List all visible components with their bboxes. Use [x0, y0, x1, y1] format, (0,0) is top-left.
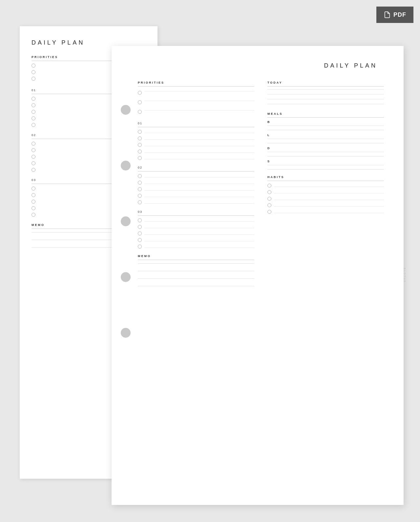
habits-section: HABITS [267, 175, 384, 214]
checkbox-circle [32, 77, 35, 81]
spiral-dot [121, 272, 131, 282]
list-item [267, 190, 384, 194]
list-item [138, 200, 254, 204]
spiral-dot [121, 105, 131, 115]
list-item [138, 174, 254, 178]
front-section-01: 01 [138, 122, 254, 160]
list-item [138, 143, 254, 147]
today-section: TODAY [267, 81, 384, 104]
checkbox-circle [138, 136, 142, 140]
pdf-icon [384, 11, 391, 18]
front-priorities-label: PRIORITIES [138, 81, 254, 84]
memo-line [138, 278, 254, 279]
pdf-badge[interactable]: PDF [376, 7, 413, 23]
checkbox-circle [138, 91, 142, 95]
list-item [138, 156, 254, 160]
checkbox-circle [267, 197, 271, 201]
front-layout: PRIORITIES 01 02 [138, 81, 384, 293]
list-item [267, 184, 384, 188]
checkbox-circle [32, 123, 35, 127]
list-item [138, 99, 254, 106]
list-item [267, 210, 384, 214]
checkbox-circle [138, 218, 142, 222]
front-memo-section: MEMO [138, 254, 254, 286]
checkbox-circle [267, 184, 271, 188]
list-item [138, 245, 254, 249]
spiral-dots [121, 105, 131, 338]
checkbox-circle [138, 156, 142, 160]
checkbox-circle [32, 70, 35, 74]
list-item [138, 225, 254, 229]
checkbox-circle [32, 168, 35, 172]
list-item [138, 194, 254, 198]
checkbox-circle [138, 174, 142, 178]
checkbox-circle [32, 206, 35, 210]
checkbox-circle [32, 64, 35, 68]
today-label: TODAY [267, 81, 384, 84]
checkbox-circle [267, 210, 271, 214]
checkbox-circle [32, 97, 35, 101]
list-item [138, 181, 254, 185]
checkbox-circle [32, 116, 35, 120]
checkbox-circle [267, 203, 271, 207]
checkbox-circle [32, 187, 35, 191]
back-page-title: DAILY PLAN [32, 39, 146, 46]
front-left-column: PRIORITIES 01 02 [138, 81, 254, 293]
checkbox-circle [32, 200, 35, 204]
checkbox-circle [138, 238, 142, 242]
habits-label: HABITS [267, 175, 384, 179]
checkbox-circle [138, 225, 142, 229]
checkbox-circle [138, 150, 142, 153]
checkbox-circle [138, 231, 142, 235]
checkbox-circle [138, 200, 142, 204]
checkbox-circle [32, 193, 35, 197]
front-memo-label: MEMO [138, 254, 254, 258]
watermark: BLOTUS [403, 268, 406, 283]
pdf-label: PDF [393, 11, 406, 18]
checkbox-circle [267, 190, 271, 194]
spiral-dot [121, 216, 131, 226]
list-item [138, 218, 254, 222]
front-page-title: DAILY PLAN [138, 62, 377, 69]
checkbox-circle [138, 100, 142, 104]
checkbox-circle [138, 143, 142, 147]
meal-s-row: S [267, 160, 384, 170]
checkbox-circle [32, 213, 35, 217]
list-item [138, 187, 254, 191]
list-item [138, 238, 254, 242]
meal-l-row: L [267, 133, 384, 143]
list-item [267, 197, 384, 201]
checkbox-circle [32, 110, 35, 114]
list-item [138, 231, 254, 235]
section-number: 03 [138, 210, 254, 213]
checkbox-circle [32, 161, 35, 165]
list-item [138, 150, 254, 153]
meal-b-row: B [267, 120, 384, 130]
checkbox-circle [138, 181, 142, 185]
checkbox-circle [138, 110, 142, 114]
front-section-02: 02 [138, 166, 254, 204]
checkbox-circle [138, 130, 142, 134]
memo-line [138, 263, 254, 264]
section-number: 01 [138, 122, 254, 125]
checkbox-circle [138, 194, 142, 198]
checkbox-circle [32, 155, 35, 159]
section-number: 02 [138, 166, 254, 169]
checkbox-circle [138, 187, 142, 191]
front-section-03: 03 [138, 210, 254, 249]
spiral-dot [121, 328, 131, 338]
checkbox-circle [32, 103, 35, 107]
list-item [138, 136, 254, 140]
memo-line [138, 286, 254, 286]
list-item [138, 130, 254, 134]
checkbox-circle [32, 142, 35, 146]
spiral-dot [121, 161, 131, 171]
checkbox-circle [32, 148, 35, 152]
front-page: DAILY PLAN PRIORITIES 01 [112, 46, 404, 505]
meal-d-row: D [267, 147, 384, 156]
list-item [267, 203, 384, 207]
front-priorities-section: PRIORITIES [138, 81, 254, 115]
meals-label: MEALS [267, 112, 384, 115]
meals-section: MEALS B L D S [267, 112, 384, 170]
checkbox-circle [138, 245, 142, 249]
